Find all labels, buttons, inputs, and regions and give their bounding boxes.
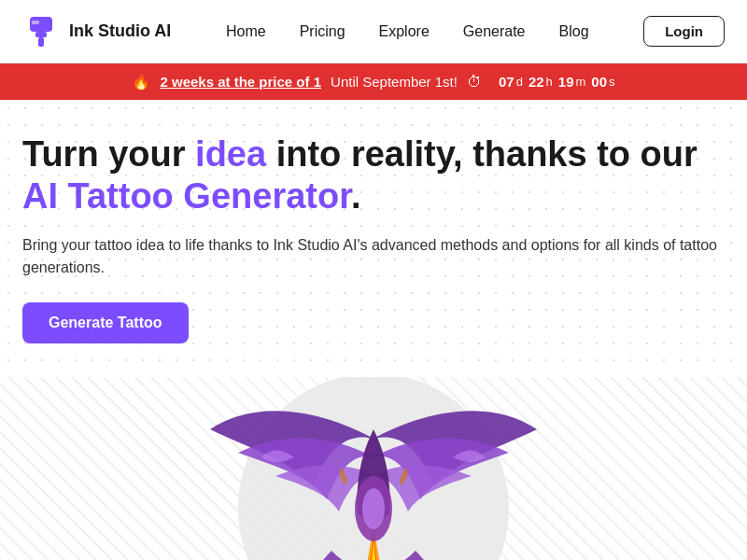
svg-rect-1 (35, 32, 47, 37)
countdown-hours: 22 h (529, 74, 553, 90)
tattoo-image (173, 377, 574, 560)
nav-pricing[interactable]: Pricing (300, 23, 345, 40)
login-button[interactable]: Login (643, 16, 725, 47)
nav-blog[interactable]: Blog (559, 23, 589, 40)
promo-link[interactable]: 2 weeks at the price of 1 (160, 74, 321, 90)
countdown-minutes: 19 m (558, 74, 586, 90)
logo-link[interactable]: Ink Studio AI (22, 13, 171, 50)
svg-point-6 (362, 488, 385, 529)
promo-suffix: Until September 1st! (331, 74, 458, 90)
nav-explore[interactable]: Explore (379, 23, 430, 40)
navbar: Ink Studio AI Home Pricing Explore Gener… (0, 0, 747, 63)
tattoo-preview (0, 377, 747, 560)
countdown-days: 07 d (499, 74, 523, 90)
hero-title-suffix: . (351, 176, 361, 216)
hero-title-middle: into reality, thanks to our (266, 134, 698, 174)
hero-subtitle: Bring your tattoo idea to life thanks to… (22, 234, 725, 281)
nav-generate[interactable]: Generate (463, 23, 526, 40)
promo-banner: 🔥 2 weeks at the price of 1 Until Septem… (0, 63, 747, 100)
nav-home[interactable]: Home (226, 23, 266, 40)
brand-name: Ink Studio AI (69, 21, 171, 41)
logo-icon (22, 13, 60, 50)
generate-tattoo-button[interactable]: Generate Tattoo (22, 302, 189, 343)
hero-title: Turn your idea into reality, thanks to o… (22, 133, 725, 217)
timer-icon: ⏱ (467, 74, 482, 91)
countdown-seconds: 00 s (591, 74, 614, 90)
countdown: 07 d 22 h 19 m 00 s (499, 74, 615, 90)
nav-links: Home Pricing Explore Generate Blog (226, 23, 589, 40)
hero-title-idea: idea (195, 134, 266, 174)
svg-rect-2 (38, 37, 44, 47)
svg-rect-3 (32, 21, 39, 24)
hero-title-prefix: Turn your (22, 134, 195, 174)
hero-section: Turn your idea into reality, thanks to o… (0, 100, 747, 362)
hero-title-generator: AI Tattoo Generator (22, 176, 351, 216)
fire-icon: 🔥 (132, 73, 150, 91)
